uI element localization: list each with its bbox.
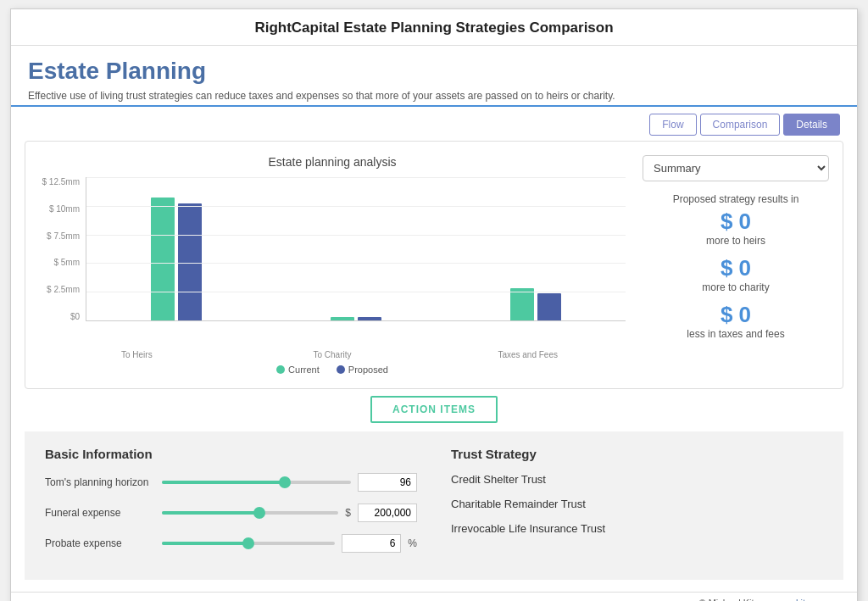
fees-label: less in taxes and fees: [687, 328, 784, 340]
horizon-fill: [162, 481, 285, 484]
y-label-5: $0: [39, 312, 80, 321]
legend-current: Current: [276, 364, 320, 375]
bar-group-taxes: [446, 177, 626, 320]
trust-item-1: Charitable Remainder Trust: [451, 498, 823, 510]
estate-subtitle: Effective use of living trust strategies…: [28, 90, 840, 102]
probate-label: Probate expense: [45, 537, 155, 549]
chart-area: $ 12.5mm $ 10mm $ 7.5mm $ 5mm $ 2.5mm $0: [39, 177, 626, 347]
probate-suffix: %: [408, 537, 417, 549]
tab-comparison[interactable]: Comparison: [700, 114, 781, 136]
bar-heirs-proposed: [178, 203, 202, 320]
funeral-prefix: $: [345, 507, 351, 519]
funeral-thumb: [253, 507, 265, 519]
form-row-funeral: Funeral expense $: [45, 504, 417, 522]
bottom-panel: Basic Information Tom's planning horizon…: [25, 431, 843, 580]
y-axis-labels: $ 12.5mm $ 10mm $ 7.5mm $ 5mm $ 2.5mm $0: [39, 177, 83, 321]
tab-flow[interactable]: Flow: [649, 114, 696, 136]
horizon-input[interactable]: [358, 473, 417, 492]
page-title-text: RightCapital Estate Planning Strategies …: [254, 19, 613, 36]
chart-legend: Current Proposed: [39, 364, 626, 375]
charity-label: more to charity: [702, 281, 769, 293]
horizon-label: Tom's planning horizon: [45, 476, 155, 488]
chart-grid: [86, 177, 626, 321]
form-row-horizon: Tom's planning horizon: [45, 473, 417, 492]
y-label-0: $ 12.5mm: [39, 177, 80, 186]
x-axis-labels: To Heirs To Charity Taxes and Fees: [39, 350, 626, 359]
funeral-input[interactable]: [358, 504, 417, 522]
bar-heirs-current: [151, 198, 175, 320]
bar-group-charity: [266, 177, 446, 320]
bar-charity-current: [331, 317, 354, 320]
analysis-panel: Estate planning analysis $ 12.5mm $ 10mm…: [25, 141, 843, 389]
heirs-value: $ 0: [721, 209, 751, 235]
probate-thumb: [242, 537, 254, 549]
bar-charity-proposed: [358, 317, 381, 320]
probate-fill: [162, 542, 248, 545]
footer-bar: © Michael Kitces, www.kitces.com: [11, 592, 857, 601]
page-title: RightCapital Estate Planning Strategies …: [11, 9, 857, 46]
funeral-fill: [162, 511, 259, 515]
trust-strategy-heading: Trust Strategy: [451, 447, 823, 461]
trust-strategy-section: Trust Strategy Credit Shelter Trust Char…: [451, 447, 823, 565]
summary-dropdown[interactable]: Summary: [643, 155, 829, 181]
basic-info-heading: Basic Information: [45, 447, 417, 461]
bar-taxes-proposed: [537, 293, 561, 320]
chart-section: Estate planning analysis $ 12.5mm $ 10mm…: [39, 155, 626, 375]
tab-details[interactable]: Details: [783, 114, 840, 136]
basic-info-section: Basic Information Tom's planning horizon…: [45, 447, 417, 565]
main-container: RightCapital Estate Planning Strategies …: [10, 8, 858, 601]
x-label-heirs: To Heirs: [39, 350, 235, 359]
x-label-charity: To Charity: [235, 350, 431, 359]
trust-item-0: Credit Shelter Trust: [451, 473, 823, 486]
legend-proposed: Proposed: [337, 364, 388, 375]
fees-value: $ 0: [721, 302, 751, 328]
funeral-slider[interactable]: [162, 511, 338, 515]
legend-proposed-label: Proposed: [348, 364, 388, 375]
horizon-thumb: [279, 476, 291, 488]
x-label-taxes: Taxes and Fees: [430, 350, 626, 359]
y-label-2: $ 7.5mm: [39, 231, 80, 241]
legend-proposed-dot: [337, 365, 345, 374]
y-label-1: $ 10mm: [39, 204, 80, 214]
horizon-slider[interactable]: [162, 481, 351, 484]
proposed-text: Proposed strategy results in: [673, 193, 799, 205]
estate-title: Estate Planning: [28, 58, 840, 85]
summary-section: Summary Proposed strategy results in $ 0…: [643, 155, 829, 375]
tab-row: Flow Comparison Details: [11, 107, 857, 136]
main-content: Estate Planning Effective use of living …: [11, 46, 857, 601]
heirs-label: more to heirs: [706, 235, 765, 247]
bar-taxes-current: [510, 288, 534, 320]
estate-header: Estate Planning Effective use of living …: [11, 46, 857, 107]
y-label-4: $ 2.5mm: [39, 285, 80, 294]
action-items-row: ACTION ITEMS: [25, 396, 843, 423]
charity-value: $ 0: [721, 255, 751, 281]
legend-current-label: Current: [288, 364, 320, 375]
y-label-3: $ 5mm: [39, 258, 80, 267]
form-row-probate: Probate expense %: [45, 534, 417, 553]
action-items-button[interactable]: ACTION ITEMS: [370, 396, 498, 423]
trust-item-2: Irrevocable Life Insurance Trust: [451, 522, 823, 535]
probate-slider[interactable]: [162, 542, 335, 545]
chart-title: Estate planning analysis: [39, 155, 626, 169]
footer-link[interactable]: www.kitces.com: [774, 598, 840, 601]
bar-group-heirs: [86, 177, 266, 320]
probate-input[interactable]: [342, 534, 401, 553]
funeral-label: Funeral expense: [45, 507, 155, 519]
legend-current-dot: [276, 365, 285, 374]
footer-text: © Michael Kitces,: [699, 598, 771, 601]
